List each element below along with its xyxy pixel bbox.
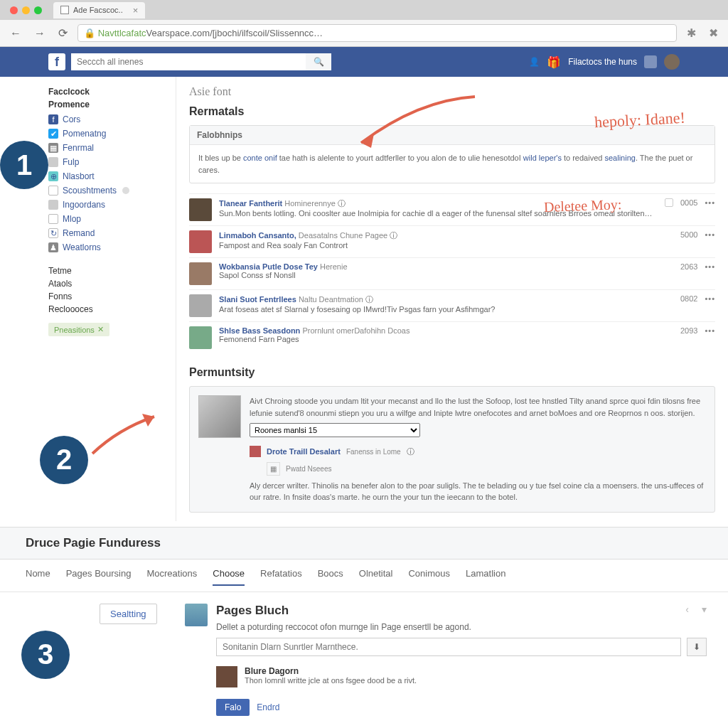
url-secure-part: Navttlcafatc (98, 28, 146, 38)
search-input[interactable] (71, 53, 306, 70)
panel-input-row: ⬇ (216, 638, 707, 656)
maximize-window-icon[interactable] (34, 6, 42, 14)
item-menu-icon[interactable]: ••• (705, 262, 715, 271)
promo-close-icon[interactable]: ✕ (97, 325, 104, 334)
sidebar-nav-list: fCors ✔Pomenatng ▦Fenrmal Fulp ⊕Nlasbort… (48, 112, 168, 255)
sidebar-link[interactable]: Recloooces (48, 303, 168, 316)
item-menu-icon[interactable]: ••• (705, 230, 715, 239)
feed-item[interactable]: Tlanear Fantherit Hominerennye ⓘSun.Mon … (189, 193, 715, 225)
close-window-icon[interactable] (10, 6, 18, 14)
url-rest: Vearspace.com/[jbochi/ilfscoil/Slissennc… (146, 28, 323, 38)
panel-next-icon[interactable]: ▾ (702, 604, 707, 615)
feed-avatar (189, 230, 212, 253)
sidebar-item[interactable]: Mlop (48, 212, 168, 226)
sidebar-item[interactable]: ⊕Nlasbort (48, 169, 168, 183)
falo-button[interactable]: Falo (216, 699, 250, 716)
sidebar-item[interactable]: Scoushtments (48, 183, 168, 198)
tab-title: Ade Facscoc.. (73, 6, 123, 14)
nav-icon: ↻ (48, 228, 58, 238)
sidebar-item[interactable]: ↻Remand (48, 226, 168, 240)
panel-prev-icon[interactable]: ‹ (685, 604, 689, 615)
panel-search-input[interactable] (216, 638, 681, 656)
gift-icon[interactable]: 🎁 (547, 55, 561, 69)
sidebar-item[interactable]: Fulp (48, 155, 168, 169)
sidebar-item[interactable]: ▦Fenrmal (48, 141, 168, 155)
user-row: Blure Dagorn Thon Iomnll writte jcle at … (216, 662, 707, 692)
notice-link[interactable]: sealining (604, 154, 635, 162)
feed-body: Shlse Bass Seasdonn Prornlunt omerDafohi… (219, 326, 673, 343)
section3-body: 3 Sealtting Pages Bluch Dellet a poturdi… (21, 592, 707, 729)
profile-avatar[interactable] (664, 54, 680, 70)
reload-button[interactable]: ⟳ (55, 26, 70, 40)
feed-item[interactable]: Linmaboh Cansanto, Deasatalns Chune Page… (189, 225, 715, 257)
back-button[interactable]: ← (7, 27, 24, 40)
section-three: Druce Pagie Funduress Nome Pages Boursin… (0, 527, 728, 729)
tab-nome[interactable]: Nome (26, 568, 50, 586)
notice-link[interactable]: conte onif (243, 154, 277, 162)
step-1-badge: 1 (0, 141, 48, 189)
page-title: Asie font (189, 85, 715, 98)
sealtting-button[interactable]: Sealtting (100, 604, 157, 624)
nav-icon (48, 186, 58, 196)
section3-tabs: Nome Pages Boursing Mocreations Choose R… (0, 560, 728, 592)
minimize-window-icon[interactable] (22, 6, 30, 14)
feed-body: Wokbansia Putle Dose Tey HerenieSapol Co… (219, 262, 673, 279)
tab-lamatlion[interactable]: Lamatlion (466, 568, 505, 586)
tab-conimous[interactable]: Conimous (408, 568, 450, 586)
sidebar-item[interactable]: Ingoordans (48, 198, 168, 212)
step-3-badge: 3 (21, 631, 70, 679)
sidebar-link[interactable]: Tetme (48, 264, 168, 277)
feed-body: Slani Suot Fentrllees Naltu Deantmation … (219, 294, 673, 314)
nav-icon: ⊕ (48, 171, 58, 181)
tab-choose[interactable]: Choose (213, 568, 245, 586)
facebook-logo-icon[interactable]: f (48, 53, 65, 70)
feed-meta: 2063••• (680, 262, 715, 271)
tab-close-icon[interactable]: × (133, 5, 139, 16)
promo-tag[interactable]: Pneasitions ✕ (48, 323, 109, 336)
search-button[interactable]: 🔍 (306, 53, 331, 70)
feed-avatar (189, 326, 212, 349)
meta-icon (665, 198, 673, 207)
extension-icon[interactable]: ✱ (684, 26, 699, 40)
feed-item[interactable]: Shlse Bass Seasdonn Prornlunt omerDafohi… (189, 321, 715, 353)
url-field[interactable]: 🔒 NavttlcafatcVearspace.com/[jbochi/ilfs… (77, 24, 677, 42)
notice-body: It bles up be conte onif tae hath is ale… (190, 145, 714, 183)
sidebar-item[interactable]: ✔Pomenatng (48, 127, 168, 141)
sidebar-item[interactable]: ♟Weatlorns (48, 240, 168, 255)
sidebar-heading-1: Facclcock (48, 87, 168, 97)
feed-item[interactable]: Slani Suot Fentrllees Naltu Deantmation … (189, 289, 715, 321)
friend-requests-icon[interactable]: 👤 (529, 57, 540, 67)
notice-link[interactable]: wild leper's (523, 154, 562, 162)
browser-tab[interactable]: Ade Facscoc.. × (53, 2, 145, 18)
tab-pages-boursing[interactable]: Pages Boursing (66, 568, 132, 586)
tab-mocreations[interactable]: Mocreations (146, 568, 197, 586)
footer-text: Rraco d ihons hes tege ciag oh you contl… (216, 723, 707, 729)
tab-olnetital[interactable]: Olnetital (359, 568, 393, 586)
user-sub: Thon Iomnll writte jcle at ons fsgee doo… (245, 676, 417, 685)
forward-button[interactable]: → (31, 27, 48, 40)
sidebar-item[interactable]: fCors (48, 112, 168, 127)
item-menu-icon[interactable]: ••• (705, 326, 715, 335)
panel-icon (185, 604, 208, 626)
feed-item[interactable]: Wokbansia Putle Dose Tey HerenieSapol Co… (189, 257, 715, 289)
notifications-icon[interactable] (644, 55, 657, 68)
sidebar-link[interactable]: Fonns (48, 290, 168, 303)
cancel-link[interactable]: Endrd (257, 702, 279, 712)
panel-upload-button[interactable]: ⬇ (687, 638, 707, 656)
page-icon (60, 6, 69, 14)
notice-box: Falobhnips It bles up be conte onif tae … (189, 125, 715, 183)
user-name[interactable]: Blure Dagorn (245, 666, 417, 676)
topbar-label[interactable]: Filactocs the huns (568, 57, 637, 67)
nav-icon: ♟ (48, 242, 58, 252)
tab-refatatios[interactable]: Refatatios (260, 568, 302, 586)
item-menu-icon[interactable]: ••• (705, 294, 715, 303)
sidebar-link[interactable]: Ataols (48, 277, 168, 290)
facebook-top-bar: f 🔍 👤 🎁 Filactocs the huns (0, 47, 728, 77)
feed-body: Tlanear Fantherit Hominerennye ⓘSun.Mon … (219, 198, 658, 218)
item-menu-icon[interactable]: ••• (705, 198, 715, 207)
extension-close-icon[interactable]: ✖ (706, 26, 721, 40)
tab-boocs[interactable]: Boocs (318, 568, 343, 586)
feed-avatar (189, 262, 212, 285)
step-2-overlay: 2 (0, 422, 728, 484)
feed-meta: 0005••• (665, 198, 715, 207)
